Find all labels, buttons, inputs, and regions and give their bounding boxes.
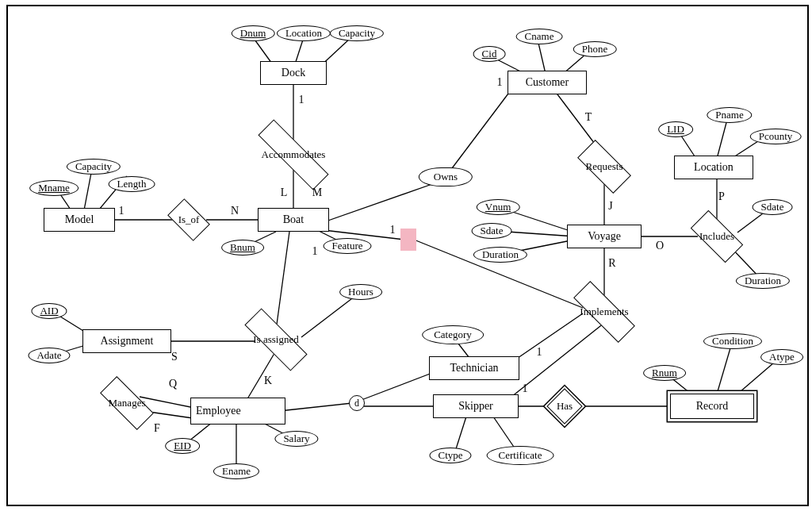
attr-feature: Feature (324, 238, 372, 254)
attr-phone: Phone (573, 41, 617, 57)
pink-box (400, 229, 416, 251)
attr-vduration: Duration (473, 247, 527, 263)
attr-cname: Cname (516, 29, 563, 44)
attr-model-capacity: Capacity (67, 159, 121, 175)
attr-eid: EID (165, 438, 200, 454)
card-K: K (264, 375, 272, 387)
svg-line-15 (447, 84, 515, 175)
card-cust-1: 1 (497, 76, 503, 89)
card-model-1: 1 (119, 205, 124, 217)
attr-dock-capacity: Capacity (330, 25, 384, 41)
attr-ctype: Ctype (429, 448, 471, 463)
svg-line-40 (140, 397, 198, 409)
entity-employee: Employee (190, 398, 285, 425)
entity-voyage: Voyage (567, 225, 642, 248)
attr-lid: LID (658, 121, 693, 137)
specialization-d: d (349, 395, 365, 411)
svg-line-34 (276, 232, 289, 330)
attr-cid: Cid (473, 46, 506, 62)
svg-line-13 (538, 40, 546, 74)
card-F: F (154, 422, 160, 435)
attr-rnum: Rnum (643, 365, 686, 381)
card-O: O (656, 240, 664, 252)
attr-vsdate: Sdate (472, 223, 512, 239)
rel-owns: Owns (419, 167, 473, 186)
attr-atype: Atype (760, 349, 803, 365)
svg-line-45 (279, 403, 352, 411)
attr-bnum: Bnum (221, 240, 264, 256)
card-T: T (585, 111, 592, 124)
entity-location: Location (674, 156, 753, 179)
card-boat-1: 1 (312, 245, 318, 258)
card-L: L (281, 186, 288, 199)
entity-assignment: Assignment (82, 329, 171, 353)
card-M: M (312, 186, 322, 199)
entity-technician: Technician (429, 356, 519, 380)
svg-line-16 (324, 184, 432, 222)
card-P: P (718, 190, 725, 203)
entity-model: Model (44, 208, 115, 232)
card-skip-1: 1 (523, 382, 528, 395)
card-R: R (608, 257, 615, 270)
attr-dnum: Dnum (232, 25, 275, 41)
entity-boat: Boat (258, 208, 329, 232)
attr-pname: Pname (707, 107, 752, 123)
attr-length: Length (109, 176, 155, 192)
attr-mname: Mname (29, 180, 79, 196)
attr-adate: Adate (28, 348, 70, 363)
attr-ename: Ename (213, 463, 259, 479)
entity-record: Record (670, 394, 754, 419)
card-N: N (231, 205, 239, 217)
card-tech-1: 1 (537, 346, 542, 359)
entity-customer: Customer (508, 71, 587, 94)
attr-dock-location: Location (277, 25, 331, 41)
attr-pcounty: Pcounty (750, 129, 802, 144)
attr-includes-duration: Duration (736, 273, 790, 289)
attr-category: Category (422, 325, 484, 344)
attr-certificate: Certificate (487, 446, 554, 465)
attr-condition: Condition (703, 333, 762, 349)
attr-aid: AID (31, 303, 67, 319)
attr-includes-sdate: Sdate (753, 199, 793, 215)
attr-vnum: Vnum (477, 199, 520, 215)
card-J: J (608, 200, 612, 213)
card-boat-owns-1: 1 (390, 224, 396, 236)
edges-layer (0, 0, 812, 511)
card-dock-1: 1 (299, 94, 304, 106)
card-Q: Q (169, 378, 177, 390)
svg-line-37 (301, 294, 358, 337)
card-S: S (171, 351, 178, 363)
attr-salary: Salary (274, 431, 318, 447)
svg-line-54 (716, 343, 732, 397)
attr-hours: Hours (339, 284, 382, 300)
entity-skipper: Skipper (433, 394, 519, 418)
entity-dock: Dock (260, 61, 327, 85)
